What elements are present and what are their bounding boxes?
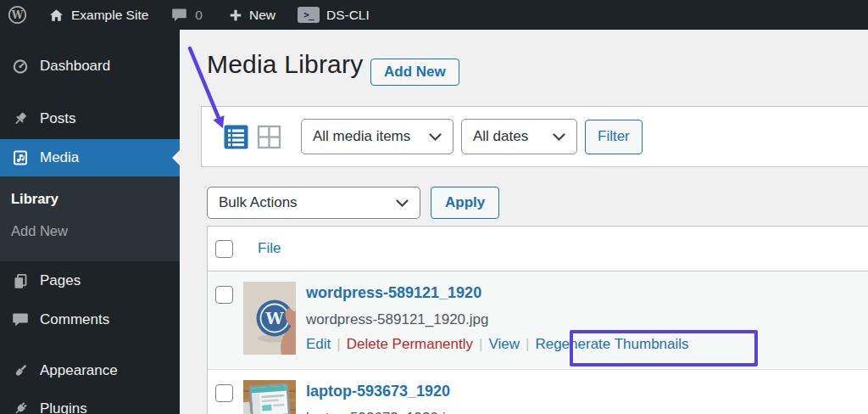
apply-button[interactable]: Apply xyxy=(431,187,499,219)
admin-sidebar: Dashboard Posts Media Library Add New xyxy=(0,30,180,414)
sidebar-item-media[interactable]: Media xyxy=(0,139,180,176)
sidebar-label-media: Media xyxy=(40,149,79,166)
media-type-filter-select[interactable]: All media items xyxy=(301,119,453,154)
chevron-down-icon xyxy=(429,133,442,141)
media-icon xyxy=(11,149,30,166)
action-separator: | xyxy=(473,336,488,352)
list-view-icon[interactable] xyxy=(224,125,248,149)
select-all-checkbox[interactable] xyxy=(215,240,233,258)
media-filename: wordpress-589121_1920.jpg xyxy=(306,311,868,328)
bulk-actions-select[interactable]: Bulk Actions xyxy=(207,187,420,219)
wordpress-logo-icon: W xyxy=(8,5,27,25)
sidebar-item-appearance[interactable]: Appearance xyxy=(0,351,180,390)
ds-cli-label: DS-CLI xyxy=(326,8,370,23)
comments-menu[interactable]: 0 xyxy=(171,0,203,30)
media-submenu: Library Add New xyxy=(0,176,180,261)
sidebar-label-plugins: Plugins xyxy=(40,400,87,414)
plugin-icon xyxy=(11,400,30,414)
new-label: New xyxy=(249,8,275,23)
plus-icon xyxy=(229,8,242,22)
sidebar-label-posts: Posts xyxy=(40,110,76,127)
sidebar-label-add-new: Add New xyxy=(11,223,68,239)
site-name-menu[interactable]: Example Site xyxy=(48,0,148,30)
content-area: Media Library Add New All xyxy=(180,30,868,414)
action-separator: | xyxy=(331,336,346,352)
media-list-table: File W wordpress-589 xyxy=(207,226,868,414)
sidebar-label-comments: Comments xyxy=(40,311,109,328)
media-filter-bar: All media items All dates Filter xyxy=(201,106,868,167)
page-title: Media Library xyxy=(207,50,363,79)
regenerate-thumbnails-link[interactable]: Regenerate Thumbnails xyxy=(535,336,688,352)
filter-button[interactable]: Filter xyxy=(585,120,643,154)
media-title-link[interactable]: wordpress-589121_1920 xyxy=(306,284,481,302)
chevron-down-icon xyxy=(396,199,409,207)
laptop-image-thumbnail[interactable] xyxy=(243,380,296,414)
svg-text:W: W xyxy=(264,309,284,327)
wordpress-logo-menu[interactable]: W xyxy=(8,0,27,30)
table-row: laptop-593673_1920 laptop-593673_1920.jp… xyxy=(208,370,868,414)
date-filter-select[interactable]: All dates xyxy=(461,119,577,154)
action-separator: | xyxy=(520,336,535,352)
bulk-actions-bar: Bulk Actions Apply xyxy=(207,187,499,219)
dashboard-icon xyxy=(11,58,30,75)
terminal-icon: >_ xyxy=(298,7,320,23)
table-header-row: File xyxy=(208,227,868,271)
edit-link[interactable]: Edit xyxy=(306,336,331,352)
row-checkbox[interactable] xyxy=(215,286,233,304)
sidebar-item-pages[interactable]: Pages xyxy=(0,261,180,300)
sidebar-label-appearance: Appearance xyxy=(40,362,118,379)
row-actions: Edit|Delete Permanently|View|Regenerate … xyxy=(306,336,868,353)
new-content-menu[interactable]: New xyxy=(229,0,275,30)
sidebar-item-library[interactable]: Library xyxy=(0,182,180,215)
view-link[interactable]: View xyxy=(488,336,520,352)
pushpin-icon xyxy=(11,110,30,127)
grid-view-icon[interactable] xyxy=(257,125,281,149)
wordpress-admin-screen: W Example Site 0 New >_ DS-CLI xyxy=(0,0,868,414)
svg-text:W: W xyxy=(11,9,24,21)
row-checkbox[interactable] xyxy=(215,384,233,402)
file-column-sort-link[interactable]: File xyxy=(258,240,281,257)
chevron-down-icon xyxy=(553,133,565,141)
paintbrush-icon xyxy=(11,362,30,379)
site-name-label: Example Site xyxy=(71,8,148,23)
comment-count-badge: 0 xyxy=(195,8,203,23)
wordpress-image-thumbnail[interactable]: W xyxy=(243,282,296,355)
media-filename: laptop-593673_1920.jpg xyxy=(306,410,868,414)
media-type-filter-value: All media items xyxy=(313,128,410,145)
ds-cli-menu[interactable]: >_ DS-CLI xyxy=(298,0,370,30)
delete-permanently-link[interactable]: Delete Permanently xyxy=(347,336,473,352)
table-row: W wordpress-589121_1920 wordpress-589121… xyxy=(208,271,868,370)
sidebar-label-pages: Pages xyxy=(40,272,81,289)
comments-icon xyxy=(11,312,30,327)
sidebar-item-posts[interactable]: Posts xyxy=(0,99,180,138)
comment-bubble-icon xyxy=(171,8,187,22)
active-menu-arrow xyxy=(172,150,180,165)
admin-bar: W Example Site 0 New >_ DS-CLI xyxy=(0,0,868,30)
media-title-link[interactable]: laptop-593673_1920 xyxy=(306,383,450,400)
sidebar-item-plugins[interactable]: Plugins xyxy=(0,389,180,414)
pages-icon xyxy=(11,272,30,289)
bulk-actions-value: Bulk Actions xyxy=(219,194,298,211)
sidebar-item-comments[interactable]: Comments xyxy=(0,300,180,339)
sidebar-item-dashboard[interactable]: Dashboard xyxy=(0,47,180,86)
sidebar-label-dashboard: Dashboard xyxy=(40,58,110,75)
date-filter-value: All dates xyxy=(473,128,528,145)
add-new-button[interactable]: Add New xyxy=(370,59,459,86)
sidebar-item-add-new[interactable]: Add New xyxy=(0,215,180,247)
home-icon xyxy=(48,8,64,23)
sidebar-label-library: Library xyxy=(11,191,58,207)
